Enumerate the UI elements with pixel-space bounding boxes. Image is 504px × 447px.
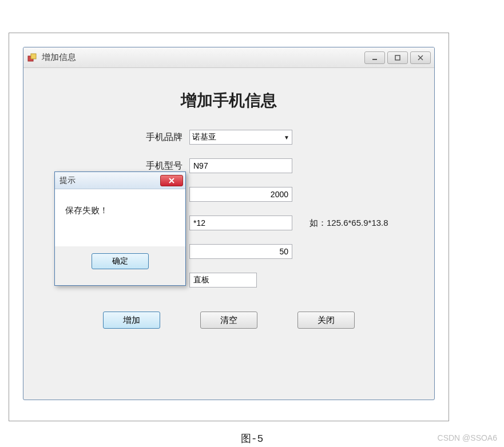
watermark: CSDN @SSOA6: [438, 433, 497, 442]
close-form-button[interactable]: 关闭: [297, 312, 355, 329]
weight-input[interactable]: [189, 244, 292, 259]
chevron-down-icon: ▼: [284, 134, 289, 141]
label-model: 手机型号: [23, 160, 189, 172]
label-brand: 手机品牌: [23, 131, 189, 143]
svg-rect-2: [372, 59, 377, 60]
row-brand: 手机品牌 诺基亚 ▼: [23, 129, 434, 146]
brand-value: 诺基亚: [192, 132, 216, 142]
figure-caption: 图-5: [0, 432, 504, 445]
minimize-button[interactable]: [364, 51, 385, 64]
alert-ok-button[interactable]: 确定: [92, 253, 149, 269]
maximize-button[interactable]: [387, 51, 408, 64]
alert-titlebar: 提示: [55, 172, 185, 189]
close-button[interactable]: [410, 51, 431, 64]
style-input[interactable]: [189, 273, 257, 288]
page-heading: 增加手机信息: [23, 90, 434, 111]
alert-title: 提示: [59, 175, 160, 186]
alert-dialog: 提示 保存失败！ 确定: [54, 171, 186, 286]
clear-button[interactable]: 清空: [200, 312, 257, 329]
alert-footer: 确定: [55, 246, 185, 276]
alert-message: 保存失败！: [55, 189, 185, 246]
window-controls: [364, 51, 431, 64]
svg-rect-1: [31, 54, 36, 59]
app-icon: [27, 53, 37, 63]
size-hint: 如：125.6*65.9*13.8: [309, 218, 388, 229]
titlebar: 增加信息: [23, 47, 434, 68]
price-input[interactable]: [189, 187, 292, 202]
button-row: 增加 清空 关闭: [23, 312, 434, 329]
svg-rect-3: [395, 55, 400, 60]
size-input[interactable]: [189, 215, 292, 230]
window-title: 增加信息: [42, 52, 364, 63]
model-input[interactable]: [189, 158, 292, 173]
add-button[interactable]: 增加: [103, 312, 160, 329]
alert-close-button[interactable]: [160, 175, 183, 186]
brand-select[interactable]: 诺基亚 ▼: [189, 130, 292, 145]
